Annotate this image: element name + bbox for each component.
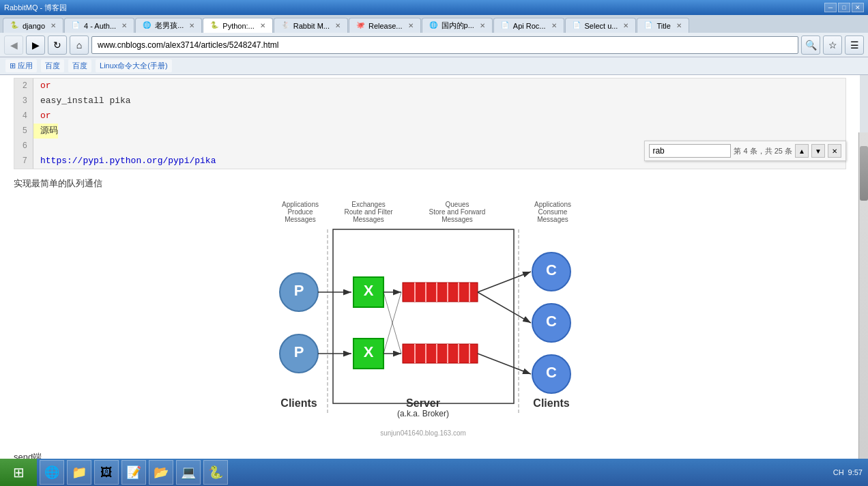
start-button[interactable]: ⊞ bbox=[0, 459, 37, 486]
tab-close-selectu[interactable]: ✕ bbox=[623, 22, 628, 29]
tab-close-github[interactable]: ✕ bbox=[408, 22, 414, 29]
tab-label-auth: 4 - Auth... bbox=[84, 22, 116, 30]
search-overlay: 第 4 条，共 25 条 ▲ ▼ ✕ bbox=[644, 141, 846, 161]
tab-label-laonanzhai: 老男孩... bbox=[155, 20, 184, 31]
svg-text:Messages: Messages bbox=[285, 216, 316, 223]
maximize-button[interactable]: □ bbox=[838, 3, 850, 12]
bookmark-linux[interactable]: Linux命令大全(手册) bbox=[96, 59, 172, 72]
taskbar-folder-icon[interactable]: 📂 bbox=[149, 460, 173, 485]
svg-line-49 bbox=[478, 272, 531, 292]
svg-text:Applications: Applications bbox=[282, 201, 319, 208]
taskbar-right: CH 9:57 bbox=[833, 468, 868, 476]
taskbar-paint-icon[interactable]: 🖼 bbox=[94, 460, 119, 485]
taskbar-word-icon[interactable]: 📝 bbox=[121, 460, 146, 485]
tab-title[interactable]: 📄 Title ✕ bbox=[637, 18, 689, 33]
search-next-button[interactable]: ▼ bbox=[811, 144, 825, 158]
tab-label-selectu: Select u... bbox=[585, 22, 618, 30]
tab-favicon-apirock: 📄 bbox=[501, 21, 510, 31]
svg-text:Store and Forward: Store and Forward bbox=[429, 208, 486, 216]
search-button[interactable]: 🔍 bbox=[801, 35, 820, 55]
window-controls: ─ □ ✕ bbox=[824, 3, 864, 12]
search-prev-button[interactable]: ▲ bbox=[795, 144, 809, 158]
tab-favicon-python: 🐍 bbox=[210, 21, 220, 31]
refresh-button[interactable]: ↻ bbox=[48, 35, 67, 55]
find-input[interactable] bbox=[649, 144, 731, 158]
tab-guonei[interactable]: 🌐 国内的p... ✕ bbox=[422, 18, 493, 33]
code-line-2: 2 or bbox=[14, 78, 845, 94]
taskbar-browser-icon[interactable]: 🌐 bbox=[40, 460, 64, 485]
close-button[interactable]: ✕ bbox=[852, 3, 864, 12]
nav-bar: ◀ ▶ ↻ ⌂ www.cnblogs.com/alex3714/article… bbox=[0, 33, 868, 57]
bookmark-baidu2[interactable]: 百度 bbox=[68, 59, 91, 72]
address-bar[interactable]: www.cnblogs.com/alex3714/articles/524824… bbox=[91, 36, 798, 54]
menu-button[interactable]: ☰ bbox=[845, 35, 864, 55]
minimize-button[interactable]: ─ bbox=[824, 3, 837, 12]
svg-text:Messages: Messages bbox=[442, 216, 473, 223]
tab-rabbitmq[interactable]: 🐇 Rabbit M... ✕ bbox=[274, 18, 348, 33]
svg-text:Queues: Queues bbox=[445, 201, 469, 208]
bookmark-baidu1[interactable]: 百度 bbox=[41, 59, 64, 72]
tab-close-laonanzhai[interactable]: ✕ bbox=[189, 22, 194, 29]
star-button[interactable]: ☆ bbox=[823, 35, 842, 55]
title-bar: RabbitMQ - 博客园 ─ □ ✕ bbox=[0, 0, 868, 15]
svg-text:X: X bbox=[364, 343, 374, 360]
svg-text:Applications: Applications bbox=[534, 201, 571, 208]
main-area: 第 4 条，共 25 条 ▲ ▼ ✕ 2 or 3 easy_install p… bbox=[0, 75, 868, 486]
tab-label-django: django bbox=[23, 22, 45, 30]
tab-laonanzhai[interactable]: 🌐 老男孩... ✕ bbox=[135, 18, 202, 33]
taskbar-explorer-icon[interactable]: 📁 bbox=[67, 460, 91, 485]
tab-favicon-laonanzhai: 🌐 bbox=[143, 21, 152, 31]
tab-django[interactable]: 🐍 django ✕ bbox=[3, 18, 63, 33]
svg-text:Produce: Produce bbox=[287, 208, 313, 216]
tab-favicon-auth: 📄 bbox=[72, 21, 81, 31]
svg-text:X: X bbox=[364, 282, 374, 299]
tab-selectu[interactable]: 📄 Select u... ✕ bbox=[565, 18, 637, 33]
svg-text:Messages: Messages bbox=[537, 216, 568, 223]
tab-python[interactable]: 🐍 Python:... ✕ bbox=[203, 18, 272, 33]
tab-auth[interactable]: 📄 4 - Auth... ✕ bbox=[64, 18, 134, 33]
bookmark-apps[interactable]: ⊞ 应用 bbox=[5, 59, 37, 72]
svg-text:sunjun041640.blog.163.com: sunjun041640.blog.163.com bbox=[380, 429, 466, 437]
home-button[interactable]: ⌂ bbox=[70, 35, 89, 55]
forward-button[interactable]: ▶ bbox=[26, 35, 45, 55]
svg-line-50 bbox=[478, 292, 531, 323]
tab-label-apirock: Api Roc... bbox=[513, 22, 546, 30]
svg-text:Consume: Consume bbox=[538, 208, 568, 216]
back-button[interactable]: ◀ bbox=[4, 35, 23, 55]
address-text: www.cnblogs.com/alex3714/articles/524824… bbox=[98, 40, 278, 50]
scroll-thumb[interactable] bbox=[860, 146, 868, 201]
tab-close-django[interactable]: ✕ bbox=[50, 22, 56, 29]
tab-close-title[interactable]: ✕ bbox=[676, 22, 682, 29]
tab-favicon-django: 🐍 bbox=[10, 21, 20, 31]
tab-label-rabbitmq: Rabbit M... bbox=[293, 22, 330, 30]
tab-label-title: Title bbox=[656, 22, 670, 30]
tab-bar: 🐍 django ✕ 📄 4 - Auth... ✕ 🌐 老男孩... ✕ 🐍 … bbox=[0, 15, 868, 33]
tab-favicon-selectu: 📄 bbox=[573, 21, 582, 31]
tab-close-guonei[interactable]: ✕ bbox=[480, 22, 485, 29]
svg-rect-14 bbox=[333, 229, 514, 403]
svg-text:(a.k.a. Broker): (a.k.a. Broker) bbox=[397, 409, 449, 418]
svg-text:P: P bbox=[294, 282, 304, 299]
taskbar-cmd-icon[interactable]: 💻 bbox=[176, 460, 201, 485]
svg-text:P: P bbox=[294, 343, 304, 360]
tab-close-python[interactable]: ✕ bbox=[260, 22, 265, 29]
taskbar-python-icon[interactable]: 🐍 bbox=[203, 460, 228, 485]
taskbar-time: 9:57 bbox=[848, 468, 863, 476]
section-title: 实现最简单的队列通信 bbox=[14, 177, 846, 190]
svg-text:C: C bbox=[546, 313, 557, 330]
svg-rect-23 bbox=[403, 283, 478, 302]
tab-favicon-github: 🐙 bbox=[356, 21, 366, 31]
scrollbar[interactable] bbox=[858, 132, 868, 486]
tab-close-auth[interactable]: ✕ bbox=[121, 22, 127, 29]
search-close-button[interactable]: ✕ bbox=[828, 144, 841, 158]
tab-apirock[interactable]: 📄 Api Roc... ✕ bbox=[493, 18, 564, 33]
bookmarks-bar: ⊞ 应用 百度 百度 Linux命令大全(手册) bbox=[0, 57, 868, 75]
taskbar-icons: 🌐 📁 🖼 📝 📂 💻 🐍 bbox=[37, 460, 231, 485]
svg-rect-30 bbox=[403, 344, 478, 363]
tab-close-rabbitmq[interactable]: ✕ bbox=[335, 22, 341, 29]
taskbar: ⊞ 🌐 📁 🖼 📝 📂 💻 🐍 CH 9:57 bbox=[0, 459, 868, 486]
tab-close-apirock[interactable]: ✕ bbox=[551, 22, 557, 29]
svg-text:Messages: Messages bbox=[353, 216, 384, 223]
svg-text:C: C bbox=[546, 261, 557, 278]
tab-github[interactable]: 🐙 Release... ✕ bbox=[349, 18, 421, 33]
